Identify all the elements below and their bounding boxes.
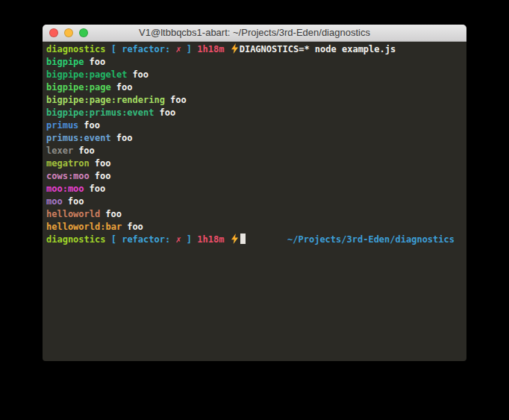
command-text: DIAGNOSTICS=* node example.js — [240, 44, 396, 54]
log-line: primusfoo — [46, 119, 462, 132]
prompt-vcs-open: [ refactor: — [105, 234, 175, 245]
prompt-space — [224, 234, 229, 245]
log-namespace: moo — [46, 196, 63, 207]
log-line: helloworld:barfoo — [46, 221, 462, 233]
log-line: primus:eventfoo — [46, 132, 462, 145]
rprompt-path: ~/Projects/3rd-Eden/diagnostics — [287, 233, 455, 246]
log-namespace: bigpipe:page — [46, 82, 111, 93]
log-namespace: helloworld — [46, 209, 100, 219]
close-button[interactable] — [49, 28, 58, 37]
log-message: foo — [84, 120, 100, 131]
window-titlebar[interactable]: V1@ltbbqcbs1-abart: ~/Projects/3rd-Eden/… — [43, 25, 466, 42]
prompt-vcs-open: [ refactor: — [105, 44, 175, 54]
log-message: foo — [68, 196, 84, 207]
prompt-line: diagnostics [ refactor: ✗ ] 1h18m DIAGNO… — [46, 43, 462, 56]
prompt-vcs-status: ✗ — [175, 234, 181, 245]
log-namespace: primus:event — [46, 133, 111, 143]
log-line: moofoo — [46, 195, 462, 208]
log-namespace: bigpipe — [46, 57, 84, 67]
log-line: bigpipe:pageletfoo — [46, 69, 462, 81]
log-message: foo — [116, 82, 133, 93]
lightning-bolt-icon — [231, 43, 239, 54]
prompt-duration: 1h18m — [197, 44, 224, 54]
prompt-vcs-status: ✗ — [175, 44, 181, 54]
log-message: foo — [78, 145, 95, 156]
log-namespace: cows:moo — [46, 171, 90, 181]
log-message: foo — [132, 69, 149, 80]
zoom-button[interactable] — [79, 28, 88, 37]
log-message: foo — [105, 209, 122, 219]
log-line: lexerfoo — [46, 145, 462, 157]
log-namespace: primus — [46, 120, 78, 131]
lightning-bolt-icon — [231, 233, 239, 244]
desktop-background: V1@ltbbqcbs1-abart: ~/Projects/3rd-Eden/… — [0, 0, 509, 420]
log-line: moo:moofoo — [46, 183, 462, 195]
prompt-line-active: diagnostics [ refactor: ✗ ] 1h18m ~/Proj… — [46, 233, 462, 246]
log-message: foo — [170, 95, 187, 105]
log-namespace: moo:moo — [46, 184, 84, 194]
prompt-duration: 1h18m — [197, 234, 224, 245]
terminal-content[interactable]: diagnostics [ refactor: ✗ ] 1h18m DIAGNO… — [43, 42, 466, 361]
log-message: foo — [116, 133, 133, 143]
log-line: bigpipe:page:renderingfoo — [46, 94, 462, 107]
prompt-space — [224, 44, 229, 54]
log-namespace: bigpipe:pagelet — [46, 69, 127, 80]
log-message: foo — [160, 107, 176, 118]
prompt-vcs-close: ] — [181, 234, 198, 245]
log-message: foo — [90, 184, 106, 194]
log-namespace: lexer — [46, 145, 73, 156]
log-message: foo — [127, 222, 143, 232]
prompt-app: diagnostics — [46, 234, 105, 245]
terminal-window: V1@ltbbqcbs1-abart: ~/Projects/3rd-Eden/… — [43, 25, 466, 361]
minimize-button[interactable] — [64, 28, 73, 37]
prompt-vcs-close: ] — [181, 44, 198, 54]
log-message: foo — [95, 158, 111, 169]
log-line: megatronfoo — [46, 157, 462, 170]
log-line: bigpipe:primus:eventfoo — [46, 107, 462, 119]
log-namespace: megatron — [46, 158, 90, 169]
log-message: foo — [90, 57, 106, 67]
log-namespace: bigpipe:primus:event — [46, 107, 154, 118]
log-line: bigpipe:pagefoo — [46, 81, 462, 94]
log-message: foo — [95, 171, 111, 181]
log-namespace: bigpipe:page:rendering — [46, 95, 165, 105]
log-line: bigpipefoo — [46, 56, 462, 69]
window-title: V1@ltbbqcbs1-abart: ~/Projects/3rd-Eden/… — [43, 25, 466, 41]
prompt-app: diagnostics — [46, 44, 105, 54]
text-cursor — [240, 233, 246, 244]
log-line: helloworldfoo — [46, 208, 462, 221]
log-output: bigpipefoo bigpipe:pageletfoo bigpipe:pa… — [46, 56, 462, 233]
log-namespace: helloworld:bar — [46, 222, 122, 232]
log-line: cows:moofoo — [46, 170, 462, 183]
